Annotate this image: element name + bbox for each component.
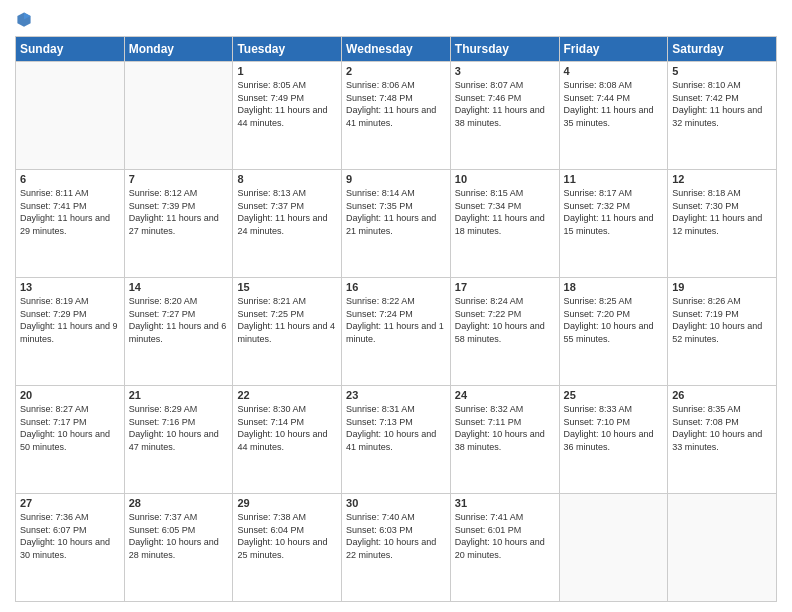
day-info: Sunrise: 8:05 AM Sunset: 7:49 PM Dayligh…	[237, 79, 337, 129]
day-number: 12	[672, 173, 772, 185]
day-info: Sunrise: 8:25 AM Sunset: 7:20 PM Dayligh…	[564, 295, 664, 345]
weekday-header-friday: Friday	[559, 37, 668, 62]
weekday-header-tuesday: Tuesday	[233, 37, 342, 62]
calendar-cell	[668, 494, 777, 602]
weekday-header-row: SundayMondayTuesdayWednesdayThursdayFrid…	[16, 37, 777, 62]
day-number: 16	[346, 281, 446, 293]
day-info: Sunrise: 8:21 AM Sunset: 7:25 PM Dayligh…	[237, 295, 337, 345]
calendar-cell: 19Sunrise: 8:26 AM Sunset: 7:19 PM Dayli…	[668, 278, 777, 386]
day-info: Sunrise: 8:08 AM Sunset: 7:44 PM Dayligh…	[564, 79, 664, 129]
day-info: Sunrise: 8:33 AM Sunset: 7:10 PM Dayligh…	[564, 403, 664, 453]
day-info: Sunrise: 8:35 AM Sunset: 7:08 PM Dayligh…	[672, 403, 772, 453]
day-number: 24	[455, 389, 555, 401]
day-number: 25	[564, 389, 664, 401]
logo-icon	[15, 10, 33, 28]
weekday-header-sunday: Sunday	[16, 37, 125, 62]
day-info: Sunrise: 8:18 AM Sunset: 7:30 PM Dayligh…	[672, 187, 772, 237]
day-info: Sunrise: 8:29 AM Sunset: 7:16 PM Dayligh…	[129, 403, 229, 453]
calendar-cell: 12Sunrise: 8:18 AM Sunset: 7:30 PM Dayli…	[668, 170, 777, 278]
calendar-cell: 9Sunrise: 8:14 AM Sunset: 7:35 PM Daylig…	[342, 170, 451, 278]
calendar-cell	[16, 62, 125, 170]
day-info: Sunrise: 8:17 AM Sunset: 7:32 PM Dayligh…	[564, 187, 664, 237]
calendar-week-0: 1Sunrise: 8:05 AM Sunset: 7:49 PM Daylig…	[16, 62, 777, 170]
day-number: 10	[455, 173, 555, 185]
day-number: 2	[346, 65, 446, 77]
calendar-cell: 14Sunrise: 8:20 AM Sunset: 7:27 PM Dayli…	[124, 278, 233, 386]
day-number: 9	[346, 173, 446, 185]
day-number: 3	[455, 65, 555, 77]
day-info: Sunrise: 8:19 AM Sunset: 7:29 PM Dayligh…	[20, 295, 120, 345]
day-info: Sunrise: 8:26 AM Sunset: 7:19 PM Dayligh…	[672, 295, 772, 345]
day-number: 18	[564, 281, 664, 293]
calendar-cell	[559, 494, 668, 602]
calendar-cell: 13Sunrise: 8:19 AM Sunset: 7:29 PM Dayli…	[16, 278, 125, 386]
calendar-cell: 15Sunrise: 8:21 AM Sunset: 7:25 PM Dayli…	[233, 278, 342, 386]
calendar-table: SundayMondayTuesdayWednesdayThursdayFrid…	[15, 36, 777, 602]
page: SundayMondayTuesdayWednesdayThursdayFrid…	[0, 0, 792, 612]
calendar-cell: 7Sunrise: 8:12 AM Sunset: 7:39 PM Daylig…	[124, 170, 233, 278]
day-number: 31	[455, 497, 555, 509]
day-info: Sunrise: 7:41 AM Sunset: 6:01 PM Dayligh…	[455, 511, 555, 561]
day-number: 11	[564, 173, 664, 185]
day-number: 29	[237, 497, 337, 509]
weekday-header-wednesday: Wednesday	[342, 37, 451, 62]
day-number: 7	[129, 173, 229, 185]
day-number: 8	[237, 173, 337, 185]
day-info: Sunrise: 8:06 AM Sunset: 7:48 PM Dayligh…	[346, 79, 446, 129]
calendar-cell: 4Sunrise: 8:08 AM Sunset: 7:44 PM Daylig…	[559, 62, 668, 170]
day-number: 4	[564, 65, 664, 77]
day-number: 19	[672, 281, 772, 293]
day-info: Sunrise: 7:40 AM Sunset: 6:03 PM Dayligh…	[346, 511, 446, 561]
day-number: 22	[237, 389, 337, 401]
calendar-cell: 5Sunrise: 8:10 AM Sunset: 7:42 PM Daylig…	[668, 62, 777, 170]
day-number: 17	[455, 281, 555, 293]
day-number: 26	[672, 389, 772, 401]
day-number: 13	[20, 281, 120, 293]
calendar-cell: 16Sunrise: 8:22 AM Sunset: 7:24 PM Dayli…	[342, 278, 451, 386]
calendar-cell: 17Sunrise: 8:24 AM Sunset: 7:22 PM Dayli…	[450, 278, 559, 386]
calendar-cell: 29Sunrise: 7:38 AM Sunset: 6:04 PM Dayli…	[233, 494, 342, 602]
calendar-cell: 20Sunrise: 8:27 AM Sunset: 7:17 PM Dayli…	[16, 386, 125, 494]
day-number: 6	[20, 173, 120, 185]
calendar-cell: 1Sunrise: 8:05 AM Sunset: 7:49 PM Daylig…	[233, 62, 342, 170]
calendar-cell: 18Sunrise: 8:25 AM Sunset: 7:20 PM Dayli…	[559, 278, 668, 386]
header	[15, 10, 777, 28]
calendar-cell: 22Sunrise: 8:30 AM Sunset: 7:14 PM Dayli…	[233, 386, 342, 494]
calendar-cell: 8Sunrise: 8:13 AM Sunset: 7:37 PM Daylig…	[233, 170, 342, 278]
day-info: Sunrise: 8:27 AM Sunset: 7:17 PM Dayligh…	[20, 403, 120, 453]
calendar-cell: 2Sunrise: 8:06 AM Sunset: 7:48 PM Daylig…	[342, 62, 451, 170]
day-info: Sunrise: 7:37 AM Sunset: 6:05 PM Dayligh…	[129, 511, 229, 561]
day-info: Sunrise: 8:14 AM Sunset: 7:35 PM Dayligh…	[346, 187, 446, 237]
calendar-cell: 25Sunrise: 8:33 AM Sunset: 7:10 PM Dayli…	[559, 386, 668, 494]
day-number: 15	[237, 281, 337, 293]
calendar-week-2: 13Sunrise: 8:19 AM Sunset: 7:29 PM Dayli…	[16, 278, 777, 386]
calendar-cell: 11Sunrise: 8:17 AM Sunset: 7:32 PM Dayli…	[559, 170, 668, 278]
day-number: 14	[129, 281, 229, 293]
day-info: Sunrise: 7:36 AM Sunset: 6:07 PM Dayligh…	[20, 511, 120, 561]
calendar-cell: 27Sunrise: 7:36 AM Sunset: 6:07 PM Dayli…	[16, 494, 125, 602]
day-info: Sunrise: 8:13 AM Sunset: 7:37 PM Dayligh…	[237, 187, 337, 237]
calendar-body: 1Sunrise: 8:05 AM Sunset: 7:49 PM Daylig…	[16, 62, 777, 602]
day-info: Sunrise: 8:10 AM Sunset: 7:42 PM Dayligh…	[672, 79, 772, 129]
calendar-cell: 26Sunrise: 8:35 AM Sunset: 7:08 PM Dayli…	[668, 386, 777, 494]
calendar-cell: 6Sunrise: 8:11 AM Sunset: 7:41 PM Daylig…	[16, 170, 125, 278]
calendar-week-4: 27Sunrise: 7:36 AM Sunset: 6:07 PM Dayli…	[16, 494, 777, 602]
calendar-cell: 30Sunrise: 7:40 AM Sunset: 6:03 PM Dayli…	[342, 494, 451, 602]
weekday-header-thursday: Thursday	[450, 37, 559, 62]
day-number: 28	[129, 497, 229, 509]
calendar-cell	[124, 62, 233, 170]
day-number: 1	[237, 65, 337, 77]
calendar-week-1: 6Sunrise: 8:11 AM Sunset: 7:41 PM Daylig…	[16, 170, 777, 278]
day-number: 23	[346, 389, 446, 401]
calendar-cell: 3Sunrise: 8:07 AM Sunset: 7:46 PM Daylig…	[450, 62, 559, 170]
calendar-cell: 28Sunrise: 7:37 AM Sunset: 6:05 PM Dayli…	[124, 494, 233, 602]
calendar-cell: 10Sunrise: 8:15 AM Sunset: 7:34 PM Dayli…	[450, 170, 559, 278]
calendar-cell: 23Sunrise: 8:31 AM Sunset: 7:13 PM Dayli…	[342, 386, 451, 494]
day-number: 30	[346, 497, 446, 509]
day-info: Sunrise: 8:20 AM Sunset: 7:27 PM Dayligh…	[129, 295, 229, 345]
day-info: Sunrise: 8:32 AM Sunset: 7:11 PM Dayligh…	[455, 403, 555, 453]
day-info: Sunrise: 8:22 AM Sunset: 7:24 PM Dayligh…	[346, 295, 446, 345]
calendar-cell: 24Sunrise: 8:32 AM Sunset: 7:11 PM Dayli…	[450, 386, 559, 494]
day-info: Sunrise: 8:12 AM Sunset: 7:39 PM Dayligh…	[129, 187, 229, 237]
weekday-header-monday: Monday	[124, 37, 233, 62]
